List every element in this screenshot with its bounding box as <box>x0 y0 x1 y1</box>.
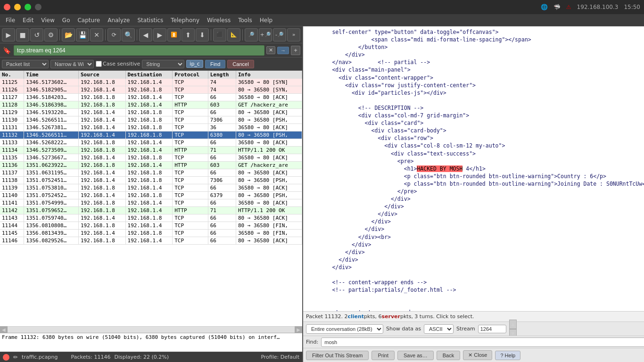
table-row[interactable]: 111251346.5173602…192.168.1.8192.168.1.4… <box>0 79 302 86</box>
minimize-dot[interactable] <box>14 4 21 10</box>
conversation-dropdown[interactable]: Entire conversation (28kB) <box>306 324 383 334</box>
find-button[interactable]: Find <box>205 60 225 68</box>
btn-more[interactable]: » <box>287 28 300 41</box>
btn-save[interactable]: 💾 <box>76 28 89 41</box>
btn-colorize[interactable]: ⬛ <box>213 28 226 41</box>
menu-analyze[interactable]: Analyze <box>104 16 133 25</box>
table-row[interactable]: 111461356.0829526…192.168.1.8192.168.1.4… <box>0 237 302 245</box>
table-row[interactable]: 111391351.0753810…192.168.1.8192.168.1.4… <box>0 184 302 192</box>
menu-edit[interactable]: Edit <box>19 16 37 25</box>
table-row[interactable]: 111271346.5184203…192.168.1.8192.168.1.4… <box>0 94 302 101</box>
filter-add-button[interactable]: + <box>291 46 300 55</box>
btn-goto[interactable]: ⏫ <box>167 28 181 41</box>
narrow-dropdown[interactable]: Narrow & Wi Narrow Wide <box>50 60 94 68</box>
filter-apply-button[interactable]: → <box>277 47 289 54</box>
table-row[interactable]: 111281346.5186398…192.168.1.8192.168.1.4… <box>0 101 302 109</box>
table-row[interactable]: 111401351.0752452…192.168.1.4192.168.1.8… <box>0 192 302 199</box>
encoding-dropdown[interactable]: ASCII <box>424 324 454 334</box>
menu-go[interactable]: Go <box>58 16 74 25</box>
hscroll-bar[interactable]: ◀ ▶ <box>0 326 302 333</box>
btn-back[interactable]: ◀ <box>139 28 152 41</box>
edit-icon[interactable]: ✏ <box>13 354 18 361</box>
menu-help[interactable]: Help <box>256 16 276 25</box>
table-row[interactable]: 111301346.5266511…192.168.1.4192.168.1.8… <box>0 116 302 124</box>
help-button[interactable]: ? Help <box>495 351 520 360</box>
btn-print[interactable]: 🔍 <box>122 28 135 41</box>
btn-restart[interactable]: ↺ <box>30 28 43 41</box>
save-as-button[interactable]: Save as… <box>397 351 434 360</box>
stream-line: <div class="row justify-content-center"> <box>306 82 644 89</box>
menu-view[interactable]: View <box>37 16 58 25</box>
table-row[interactable]: 111411351.0754999…192.168.1.8192.168.1.4… <box>0 199 302 207</box>
btn-options[interactable]: ⚙ <box>44 28 58 41</box>
ip-tag[interactable]: ip_c <box>186 60 203 68</box>
cancel-button[interactable]: Cancel <box>227 60 254 68</box>
print-button[interactable]: Print <box>372 351 395 360</box>
btn-reload[interactable]: ⟳ <box>107 28 121 41</box>
stream-middle-text: pkts, 6 <box>364 313 381 320</box>
menu-capture[interactable]: Capture <box>74 16 104 25</box>
stream-increment-btn[interactable]: ▲ <box>509 320 517 329</box>
close-button[interactable]: ✕ Close <box>463 350 492 360</box>
btn-open[interactable]: 📂 <box>62 28 75 41</box>
highlight-span: HACKED BY MOSH <box>417 165 462 172</box>
table-row[interactable]: 111371351.0631195…192.168.1.4192.168.1.8… <box>0 169 302 177</box>
btn-down[interactable]: ⬇ <box>196 28 209 41</box>
toolbar-sep-4 <box>211 29 211 41</box>
table-row[interactable]: 111341346.5273509…192.168.1.8192.168.1.4… <box>0 147 302 154</box>
stream-line: </div> <box>306 263 644 271</box>
menubar: File Edit View Go Capture Analyze Statis… <box>0 14 644 26</box>
table-row[interactable]: 111311346.5267381…192.168.1.4192.168.1.8… <box>0 124 302 132</box>
packet-table-wrapper[interactable]: No. Time Source Destination Protocol Len… <box>0 71 302 326</box>
filter-out-stream-button[interactable]: Filter Out This Stream <box>306 351 369 360</box>
packet-list-dropdown[interactable]: Packet list Packet details Packet bytes <box>2 60 49 68</box>
table-row[interactable]: 111451356.0813439…192.168.1.4192.168.1.8… <box>0 230 302 237</box>
record-dot <box>3 354 9 361</box>
string-dropdown[interactable]: String Hex value Display filter <box>142 60 184 68</box>
stream-content[interactable]: self-center" type="button" data-toggle="… <box>303 26 644 311</box>
table-row[interactable]: 111441356.0810808…192.168.1.8192.168.1.4… <box>0 222 302 230</box>
stream-number-input[interactable] <box>478 325 506 333</box>
stream-server-text: server <box>381 313 400 320</box>
table-row[interactable]: 111291346.5193220…192.168.1.4192.168.1.8… <box>0 109 302 116</box>
filter-clear-button[interactable]: ✕ <box>266 46 275 54</box>
table-row[interactable]: 111261346.5182905…192.168.1.4192.168.1.8… <box>0 86 302 94</box>
close-dot[interactable] <box>4 4 10 10</box>
menu-tools[interactable]: Tools <box>234 16 256 25</box>
find-input[interactable] <box>321 337 644 347</box>
stream-line <box>306 294 644 301</box>
table-row[interactable]: 111331346.5268222…192.168.1.8192.168.1.4… <box>0 139 302 147</box>
menu-file[interactable]: File <box>2 16 19 25</box>
table-row[interactable]: 111321346.5266511…192.168.1.4192.168.1.8… <box>0 132 302 139</box>
table-row[interactable]: 111421351.0759652…192.168.1.8192.168.1.4… <box>0 207 302 214</box>
btn-zoom-out[interactable]: -🔎 <box>273 28 286 41</box>
ip-address: 192.168.100.3 <box>577 4 619 10</box>
table-row[interactable]: 111351346.5273667…192.168.1.4192.168.1.8… <box>0 154 302 162</box>
table-row[interactable]: 111431351.0759740…192.168.1.4192.168.1.8… <box>0 214 302 222</box>
back-button[interactable]: Back <box>437 351 460 360</box>
col-info: Info <box>236 71 302 79</box>
case-sensitive-checkbox[interactable] <box>96 61 102 67</box>
btn-zoom-in[interactable]: +🔎 <box>259 28 272 41</box>
scroll-right-btn[interactable]: ▶ <box>295 326 302 333</box>
table-row[interactable]: 111361351.0623922…192.168.1.8192.168.1.4… <box>0 162 302 169</box>
scroll-left-btn[interactable]: ◀ <box>0 326 8 333</box>
menu-telephony[interactable]: Telephony <box>167 16 203 25</box>
btn-start[interactable]: ▶ <box>2 28 15 41</box>
filter-input[interactable] <box>14 45 264 56</box>
table-row[interactable]: 111381351.0752451…192.168.1.4192.168.1.8… <box>0 177 302 184</box>
btn-autoscroll[interactable]: 📐 <box>227 28 240 41</box>
maximize-dot[interactable] <box>25 4 31 10</box>
status-bar: ✏ traffic.pcapng Packets: 11146 Displaye… <box>0 352 302 362</box>
btn-close-file[interactable]: ✕ <box>90 28 103 41</box>
menu-statistics[interactable]: Statistics <box>133 16 167 25</box>
btn-up[interactable]: ⬆ <box>182 28 195 41</box>
btn-forward[interactable]: ▶ <box>153 28 166 41</box>
btn-stop[interactable]: ■ <box>16 28 29 41</box>
stream-controls: Entire conversation (28kB) Show data as … <box>303 321 644 336</box>
packet-detail-text: Frame 11132: 6380 bytes on wire (51040 b… <box>2 334 280 340</box>
search-bar: Packet list Packet details Packet bytes … <box>0 58 302 71</box>
btn-zoom-reset[interactable]: 🔎 <box>245 28 258 41</box>
stream-line: <div class="row"> <box>306 134 644 142</box>
menu-wireless[interactable]: Wireless <box>203 16 234 25</box>
